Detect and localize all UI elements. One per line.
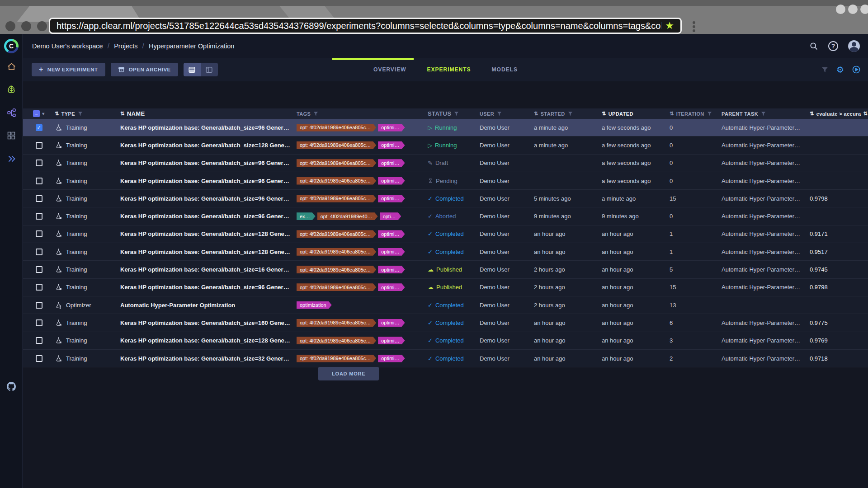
table-row[interactable]: TrainingKeras HP optimization base: Gene… xyxy=(23,207,868,225)
sidebar-item-home-icon[interactable] xyxy=(6,61,17,72)
tag[interactable]: optimi… xyxy=(378,337,405,344)
tag[interactable]: opt: 4f02da91989e406ea805c… xyxy=(297,283,376,291)
tag[interactable]: optimi… xyxy=(378,159,405,167)
column-header-metric[interactable]: ⇅evaluate > accura⇅ xyxy=(810,111,868,117)
sidebar-item-workers-icon[interactable] xyxy=(6,153,17,164)
filter-funnel-icon[interactable] xyxy=(496,111,502,117)
help-icon[interactable]: ? xyxy=(828,41,838,51)
column-header-started[interactable]: ⇅STARTED xyxy=(534,111,602,117)
filter-funnel-icon[interactable] xyxy=(760,111,766,117)
column-header-tags[interactable]: TAGS xyxy=(297,111,428,117)
row-checkbox[interactable] xyxy=(36,319,42,326)
tag[interactable]: opt: 4f02da91989e406ea805c… xyxy=(297,266,376,273)
table-row[interactable]: OptimizerAutomatic Hyper-Parameter Optim… xyxy=(23,296,868,314)
split-view-icon[interactable] xyxy=(201,63,218,76)
select-all-checkbox[interactable]: – xyxy=(33,110,40,117)
tag[interactable]: opt: 4f02da91989e406ea805c… xyxy=(297,230,376,238)
filter-funnel-icon[interactable] xyxy=(567,111,573,117)
sidebar-item-pipelines-icon[interactable] xyxy=(6,107,17,118)
table-row[interactable]: TrainingKeras HP optimization base: Gene… xyxy=(23,332,868,350)
bookmark-star-icon[interactable]: ★ xyxy=(665,20,674,32)
row-checkbox[interactable] xyxy=(36,142,42,149)
filter-funnel-icon[interactable] xyxy=(707,111,712,117)
tag[interactable]: optimi… xyxy=(378,319,405,327)
table-row[interactable]: TrainingKeras HP optimization base: Gene… xyxy=(23,172,868,190)
row-checkbox[interactable] xyxy=(36,355,42,362)
sort-icon[interactable]: ⇅ xyxy=(120,111,125,117)
search-icon[interactable] xyxy=(809,42,818,51)
row-checkbox[interactable] xyxy=(36,160,42,166)
table-row[interactable]: TrainingKeras HP optimization base: Gene… xyxy=(23,243,868,261)
tag[interactable]: opt: 4f02da91989e406ea805c… xyxy=(297,195,376,202)
row-checkbox[interactable] xyxy=(36,266,42,273)
new-experiment-button[interactable]: + NEW EXPERIMENT xyxy=(32,63,105,76)
row-checkbox[interactable] xyxy=(36,302,42,309)
sort-icon[interactable]: ⇅ xyxy=(602,111,606,117)
tag[interactable]: opt: 4f02da91989e406ea805c… xyxy=(297,355,376,362)
table-row[interactable]: TrainingKeras HP optimization base: Gene… xyxy=(23,136,868,154)
tag[interactable]: optimi… xyxy=(378,124,405,131)
column-header-type[interactable]: ⇅TYPE xyxy=(55,111,120,117)
tag[interactable]: optimi… xyxy=(378,230,405,238)
breadcrumb-item[interactable]: Hyperparameter Optimization xyxy=(149,42,234,50)
play-circle-icon[interactable] xyxy=(852,65,861,74)
filter-funnel-icon[interactable] xyxy=(313,111,319,117)
column-header-parent[interactable]: PARENT TASK xyxy=(722,111,810,117)
browser-reload-button[interactable] xyxy=(37,21,47,31)
tag[interactable]: optimi… xyxy=(378,266,405,273)
sort-icon[interactable]: ⇅ xyxy=(670,111,674,117)
tag[interactable]: opt: 4f02da91989e406ea805c… xyxy=(297,159,376,167)
table-row[interactable]: TrainingKeras HP optimization base: Gene… xyxy=(23,279,868,296)
tag[interactable]: opt: 4f02da91989e406ea805c… xyxy=(297,177,376,185)
github-icon[interactable] xyxy=(6,381,17,392)
window-maximize-button[interactable] xyxy=(848,5,858,14)
tag[interactable]: opt: 4f02da91989e406ea805c… xyxy=(297,248,376,256)
row-checkbox[interactable] xyxy=(36,337,42,344)
table-row[interactable]: TrainingKeras HP optimization base: Gene… xyxy=(23,155,868,172)
tag[interactable]: opt: 4f02da91989e406ea805c… xyxy=(297,319,376,327)
row-checkbox[interactable] xyxy=(36,230,42,237)
browser-back-button[interactable] xyxy=(5,21,15,31)
column-header-status[interactable]: STATUS xyxy=(428,110,480,117)
selection-menu-caret-icon[interactable]: ▾ xyxy=(42,111,44,116)
row-checkbox[interactable] xyxy=(36,178,42,184)
tab-overview[interactable]: OVERVIEW xyxy=(373,66,406,73)
column-header-name[interactable]: ⇅NAME xyxy=(120,110,297,117)
column-header-iteration[interactable]: ⇅ITERATION xyxy=(670,111,722,117)
window-close-button[interactable] xyxy=(860,5,868,14)
tag[interactable]: opt: 4f02da91989e406ea805c… xyxy=(297,337,376,344)
row-checkbox[interactable] xyxy=(36,284,42,291)
tag[interactable]: optimi… xyxy=(378,141,405,149)
tag[interactable]: optimi… xyxy=(378,283,405,291)
tag[interactable]: optimi… xyxy=(378,195,405,202)
column-header-updated[interactable]: ⇅UPDATED xyxy=(602,111,670,117)
sidebar-item-datasets-grid-icon[interactable] xyxy=(6,130,17,141)
column-header-sel[interactable]: –▾ xyxy=(23,110,55,117)
table-row[interactable]: TrainingKeras HP optimization base: Gene… xyxy=(23,190,868,207)
row-checkbox[interactable] xyxy=(36,213,42,220)
tag[interactable]: opt: 4f02da91989e406ea805c… xyxy=(297,141,376,149)
open-archive-button[interactable]: OPEN ARCHIVE xyxy=(111,63,178,76)
tag[interactable]: opt: 4f02da91989e406ea805c… xyxy=(297,124,376,131)
tag[interactable]: optimi… xyxy=(378,177,405,185)
table-row[interactable]: ✓TrainingKeras HP optimization base: Gen… xyxy=(23,119,868,136)
sort-icon[interactable]: ⇅ xyxy=(810,111,814,117)
tag[interactable]: optimi… xyxy=(378,355,405,362)
tab-models[interactable]: MODELS xyxy=(492,66,518,73)
gear-icon[interactable]: ⚙ xyxy=(836,65,844,75)
breadcrumb-item[interactable]: Demo User's workspace xyxy=(32,42,103,50)
clearml-logo[interactable]: C xyxy=(4,39,19,53)
filter-funnel-icon[interactable] xyxy=(77,111,83,117)
avatar[interactable] xyxy=(848,40,860,52)
load-more-button[interactable]: LOAD MORE xyxy=(318,367,379,380)
row-checkbox[interactable] xyxy=(36,195,42,202)
url-text[interactable]: https://app.clear.ml/projects/531785e122… xyxy=(57,21,661,31)
sort-icon[interactable]: ⇅ xyxy=(55,111,59,117)
tag[interactable]: opti… xyxy=(380,212,401,220)
tag[interactable]: opt: 4f02da91989e40… xyxy=(317,212,378,220)
tag[interactable]: optimi… xyxy=(378,248,405,256)
table-row[interactable]: TrainingKeras HP optimization base: Gene… xyxy=(23,350,868,367)
tag[interactable]: ex… xyxy=(297,212,316,220)
row-checkbox[interactable] xyxy=(36,249,42,255)
filter-funnel-icon[interactable] xyxy=(821,66,829,74)
